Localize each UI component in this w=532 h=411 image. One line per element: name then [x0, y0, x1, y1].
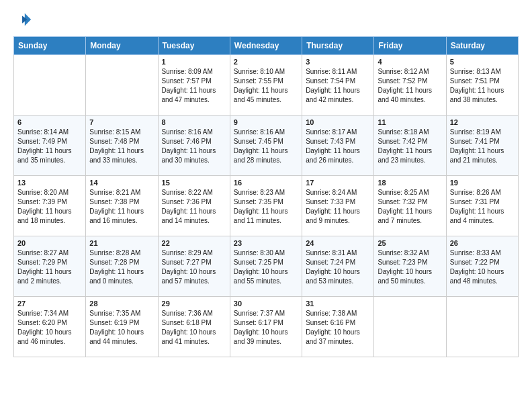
calendar-cell: 16Sunrise: 8:23 AM Sunset: 7:35 PM Dayli…: [230, 176, 302, 236]
day-number: 8: [162, 118, 226, 126]
calendar-cell: 21Sunrise: 8:28 AM Sunset: 7:28 PM Dayli…: [86, 236, 158, 297]
calendar-cell: 20Sunrise: 8:27 AM Sunset: 7:29 PM Dayli…: [14, 236, 86, 297]
calendar-cell: 6Sunrise: 8:14 AM Sunset: 7:49 PM Daylig…: [14, 116, 86, 176]
col-header-tuesday: Tuesday: [158, 37, 230, 55]
col-header-saturday: Saturday: [446, 37, 518, 55]
col-header-wednesday: Wednesday: [230, 37, 302, 55]
calendar-cell: 24Sunrise: 8:31 AM Sunset: 7:24 PM Dayli…: [302, 236, 374, 297]
calendar-cell: 22Sunrise: 8:29 AM Sunset: 7:27 PM Dayli…: [158, 236, 230, 297]
calendar-cell: 26Sunrise: 8:33 AM Sunset: 7:22 PM Dayli…: [446, 236, 518, 297]
col-header-sunday: Sunday: [14, 37, 86, 55]
calendar-cell: 11Sunrise: 8:18 AM Sunset: 7:42 PM Dayli…: [374, 116, 446, 176]
day-detail: Sunrise: 8:24 AM Sunset: 7:33 PM Dayligh…: [306, 188, 370, 226]
calendar-cell: 1Sunrise: 8:09 AM Sunset: 7:57 PM Daylig…: [158, 55, 230, 116]
day-number: 9: [234, 118, 298, 126]
calendar-cell: 29Sunrise: 7:36 AM Sunset: 6:18 PM Dayli…: [158, 297, 230, 357]
day-number: 21: [89, 239, 154, 247]
day-number: 22: [162, 239, 226, 247]
logo: [13, 11, 35, 30]
day-number: 5: [450, 58, 515, 66]
calendar-cell: 28Sunrise: 7:35 AM Sunset: 6:19 PM Dayli…: [86, 297, 158, 357]
calendar-cell: 7Sunrise: 8:15 AM Sunset: 7:48 PM Daylig…: [86, 116, 158, 176]
calendar-cell: 23Sunrise: 8:30 AM Sunset: 7:25 PM Dayli…: [230, 236, 302, 297]
calendar-cell: [374, 297, 446, 357]
day-number: 7: [89, 118, 154, 126]
day-detail: Sunrise: 8:23 AM Sunset: 7:35 PM Dayligh…: [234, 188, 298, 226]
day-detail: Sunrise: 7:36 AM Sunset: 6:18 PM Dayligh…: [162, 309, 226, 347]
day-detail: Sunrise: 8:26 AM Sunset: 7:31 PM Dayligh…: [450, 188, 515, 226]
calendar-cell: 14Sunrise: 8:21 AM Sunset: 7:38 PM Dayli…: [86, 176, 158, 236]
day-detail: Sunrise: 8:20 AM Sunset: 7:39 PM Dayligh…: [17, 188, 82, 226]
day-number: 28: [89, 300, 154, 308]
day-number: 3: [306, 58, 370, 66]
day-detail: Sunrise: 8:32 AM Sunset: 7:23 PM Dayligh…: [378, 248, 442, 286]
day-detail: Sunrise: 8:22 AM Sunset: 7:36 PM Dayligh…: [162, 188, 226, 226]
day-number: 25: [378, 239, 442, 247]
calendar-cell: [446, 297, 518, 357]
calendar-cell: 3Sunrise: 8:11 AM Sunset: 7:54 PM Daylig…: [302, 55, 374, 116]
calendar-cell: 2Sunrise: 8:10 AM Sunset: 7:55 PM Daylig…: [230, 55, 302, 116]
week-row-3: 13Sunrise: 8:20 AM Sunset: 7:39 PM Dayli…: [14, 176, 519, 236]
day-detail: Sunrise: 8:25 AM Sunset: 7:32 PM Dayligh…: [378, 188, 442, 226]
calendar-cell: 19Sunrise: 8:26 AM Sunset: 7:31 PM Dayli…: [446, 176, 518, 236]
day-number: 10: [306, 118, 370, 126]
day-number: 31: [306, 300, 370, 308]
day-number: 20: [17, 239, 82, 247]
week-row-5: 27Sunrise: 7:34 AM Sunset: 6:20 PM Dayli…: [14, 297, 519, 357]
day-number: 27: [17, 300, 82, 308]
day-detail: Sunrise: 8:12 AM Sunset: 7:52 PM Dayligh…: [378, 67, 442, 105]
calendar-cell: 8Sunrise: 8:16 AM Sunset: 7:46 PM Daylig…: [158, 116, 230, 176]
day-detail: Sunrise: 8:13 AM Sunset: 7:51 PM Dayligh…: [450, 67, 515, 105]
header-row: SundayMondayTuesdayWednesdayThursdayFrid…: [14, 37, 519, 55]
calendar-cell: 5Sunrise: 8:13 AM Sunset: 7:51 PM Daylig…: [446, 55, 518, 116]
calendar-cell: 30Sunrise: 7:37 AM Sunset: 6:17 PM Dayli…: [230, 297, 302, 357]
day-number: 2: [234, 58, 298, 66]
col-header-friday: Friday: [374, 37, 446, 55]
day-number: 17: [306, 179, 370, 187]
day-detail: Sunrise: 7:37 AM Sunset: 6:17 PM Dayligh…: [234, 309, 298, 347]
day-detail: Sunrise: 8:10 AM Sunset: 7:55 PM Dayligh…: [234, 67, 298, 105]
day-number: 4: [378, 58, 442, 66]
day-detail: Sunrise: 8:14 AM Sunset: 7:49 PM Dayligh…: [17, 128, 82, 165]
day-number: 26: [450, 239, 515, 247]
col-header-thursday: Thursday: [302, 37, 374, 55]
calendar-cell: [14, 55, 86, 116]
day-detail: Sunrise: 8:21 AM Sunset: 7:38 PM Dayligh…: [89, 188, 154, 226]
day-number: 16: [234, 179, 298, 187]
day-detail: Sunrise: 8:18 AM Sunset: 7:42 PM Dayligh…: [378, 128, 442, 165]
day-detail: Sunrise: 7:34 AM Sunset: 6:20 PM Dayligh…: [17, 309, 82, 347]
day-number: 12: [450, 118, 515, 126]
day-detail: Sunrise: 8:09 AM Sunset: 7:57 PM Dayligh…: [162, 67, 226, 105]
day-detail: Sunrise: 8:28 AM Sunset: 7:28 PM Dayligh…: [89, 248, 154, 286]
day-detail: Sunrise: 7:38 AM Sunset: 6:16 PM Dayligh…: [306, 309, 370, 347]
day-number: 29: [162, 300, 226, 308]
day-number: 1: [162, 58, 226, 66]
calendar-cell: [86, 55, 158, 116]
col-header-monday: Monday: [86, 37, 158, 55]
day-detail: Sunrise: 8:17 AM Sunset: 7:43 PM Dayligh…: [306, 128, 370, 165]
day-detail: Sunrise: 7:35 AM Sunset: 6:19 PM Dayligh…: [89, 309, 154, 347]
week-row-1: 1Sunrise: 8:09 AM Sunset: 7:57 PM Daylig…: [14, 55, 519, 116]
day-number: 15: [162, 179, 226, 187]
calendar-cell: 15Sunrise: 8:22 AM Sunset: 7:36 PM Dayli…: [158, 176, 230, 236]
day-number: 19: [450, 179, 515, 187]
day-number: 13: [17, 179, 82, 187]
calendar-cell: 4Sunrise: 8:12 AM Sunset: 7:52 PM Daylig…: [374, 55, 446, 116]
day-detail: Sunrise: 8:29 AM Sunset: 7:27 PM Dayligh…: [162, 248, 226, 286]
calendar-cell: 25Sunrise: 8:32 AM Sunset: 7:23 PM Dayli…: [374, 236, 446, 297]
week-row-4: 20Sunrise: 8:27 AM Sunset: 7:29 PM Dayli…: [14, 236, 519, 297]
calendar-cell: 9Sunrise: 8:16 AM Sunset: 7:45 PM Daylig…: [230, 116, 302, 176]
week-row-2: 6Sunrise: 8:14 AM Sunset: 7:49 PM Daylig…: [14, 116, 519, 176]
day-number: 24: [306, 239, 370, 247]
calendar-cell: 27Sunrise: 7:34 AM Sunset: 6:20 PM Dayli…: [14, 297, 86, 357]
calendar-cell: 13Sunrise: 8:20 AM Sunset: 7:39 PM Dayli…: [14, 176, 86, 236]
day-number: 11: [378, 118, 442, 126]
calendar-cell: 10Sunrise: 8:17 AM Sunset: 7:43 PM Dayli…: [302, 116, 374, 176]
calendar-cell: 31Sunrise: 7:38 AM Sunset: 6:16 PM Dayli…: [302, 297, 374, 357]
day-detail: Sunrise: 8:11 AM Sunset: 7:54 PM Dayligh…: [306, 67, 370, 105]
logo-icon: [13, 11, 32, 30]
calendar-table: SundayMondayTuesdayWednesdayThursdayFrid…: [13, 36, 519, 357]
day-number: 18: [378, 179, 442, 187]
day-detail: Sunrise: 8:30 AM Sunset: 7:25 PM Dayligh…: [234, 248, 298, 286]
day-detail: Sunrise: 8:16 AM Sunset: 7:45 PM Dayligh…: [234, 128, 298, 165]
